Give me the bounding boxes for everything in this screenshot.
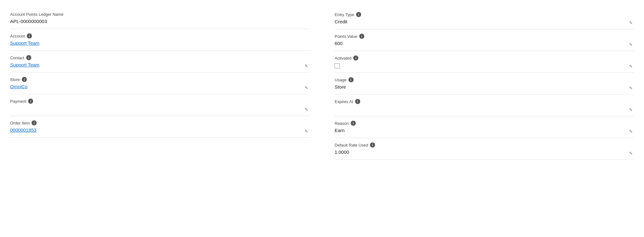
edit-icon-activated[interactable]: ✎ (629, 64, 633, 69)
value-order-item[interactable]: 0000001853 (10, 127, 309, 134)
label-entry-type: Entry Typei (335, 12, 634, 17)
field-default-rate-used: Default Rate Usedi1.0000✎ (335, 138, 634, 160)
field-expires-at: Expires Ati✎ (335, 95, 634, 116)
label-account-points-ledger-name: Account Points Ledger Name (10, 12, 309, 17)
field-reason: ReasoniEarn✎ (335, 116, 634, 138)
form-layout: Account Points Ledger NameAPL-0000000003… (10, 8, 634, 160)
label-activated: Activatedi (335, 55, 634, 61)
value-reason: Earn (335, 128, 634, 135)
info-icon-store[interactable]: i (22, 77, 27, 82)
edit-icon-entry-type[interactable]: ✎ (629, 20, 633, 25)
label-text-contact: Contact (10, 55, 24, 60)
info-icon-expires-at[interactable]: i (355, 99, 360, 104)
checkbox-activated[interactable] (335, 63, 340, 68)
label-text-entry-type: Entry Type (335, 12, 354, 17)
value-points-value: 600 (335, 41, 634, 48)
field-usage: UsageiStore✎ (335, 73, 634, 95)
field-store: StoreiOmniCo✎ (10, 72, 309, 94)
info-icon-payment[interactable]: i (28, 99, 33, 104)
value-usage: Store (335, 84, 634, 91)
label-store: Storei (10, 77, 309, 82)
label-contact: Contacti (10, 55, 309, 60)
label-text-account-points-ledger-name: Account Points Ledger Name (10, 12, 63, 17)
label-text-points-value: Points Value (335, 34, 357, 39)
field-order-item: Order Itemi0000001853✎ (10, 116, 309, 138)
edit-icon-reason[interactable]: ✎ (629, 129, 633, 134)
label-usage: Usagei (335, 77, 634, 82)
info-icon-entry-type[interactable]: i (356, 12, 361, 17)
label-payment: Paymenti (10, 99, 309, 104)
field-points-value: Points Valuei600✎ (335, 29, 634, 51)
field-payment: Paymenti✎ (10, 94, 309, 116)
info-icon-order-item[interactable]: i (32, 120, 37, 125)
label-expires-at: Expires Ati (335, 99, 634, 104)
label-text-default-rate-used: Default Rate Used (335, 143, 368, 147)
value-store[interactable]: OmniCo (10, 84, 309, 91)
label-reason: Reasoni (335, 121, 634, 126)
label-text-expires-at: Expires At (335, 99, 353, 104)
checkbox-container-activated (335, 62, 634, 69)
edit-icon-default-rate-used[interactable]: ✎ (629, 151, 633, 156)
field-activated: Activatedi✎ (335, 51, 634, 73)
label-text-store: Store (10, 77, 20, 82)
info-icon-reason[interactable]: i (351, 121, 356, 126)
label-text-payment: Payment (10, 99, 26, 104)
edit-icon-payment[interactable]: ✎ (305, 107, 308, 112)
label-text-reason: Reason (335, 121, 349, 126)
field-entry-type: Entry TypeiCredit✎ (335, 8, 634, 29)
edit-icon-store[interactable]: ✎ (305, 85, 308, 90)
field-contact: ContactiSupport Team✎ (10, 51, 309, 72)
label-text-account: Account (10, 34, 25, 38)
info-icon-usage[interactable]: i (349, 77, 354, 82)
value-account[interactable]: Support Team (10, 40, 309, 47)
value-expires-at (335, 106, 634, 113)
info-icon-contact[interactable]: i (26, 55, 31, 60)
edit-icon-points-value[interactable]: ✎ (629, 42, 633, 47)
right-column: Entry TypeiCredit✎Points Valuei600✎Activ… (335, 8, 634, 160)
label-text-usage: Usage (335, 78, 347, 82)
left-column: Account Points Ledger NameAPL-0000000003… (10, 8, 309, 160)
value-contact[interactable]: Support Team (10, 62, 309, 69)
info-icon-account[interactable]: i (27, 33, 32, 38)
field-account: AccountiSupport Team (10, 29, 309, 51)
value-account-points-ledger-name: APL-0000000003 (10, 19, 309, 26)
label-account: Accounti (10, 33, 309, 38)
label-default-rate-used: Default Rate Usedi (335, 142, 634, 147)
value-entry-type: Credit (335, 19, 634, 26)
info-icon-points-value[interactable]: i (359, 34, 364, 39)
edit-icon-contact[interactable]: ✎ (305, 64, 308, 68)
label-order-item: Order Itemi (10, 120, 309, 125)
field-account-points-ledger-name: Account Points Ledger NameAPL-0000000003 (10, 8, 309, 29)
label-text-activated: Activated (335, 56, 351, 61)
edit-icon-usage[interactable]: ✎ (629, 86, 633, 90)
edit-icon-order-item[interactable]: ✎ (305, 129, 308, 134)
label-points-value: Points Valuei (335, 34, 634, 39)
edit-icon-expires-at[interactable]: ✎ (629, 107, 633, 112)
value-default-rate-used: 1.0000 (335, 149, 634, 156)
label-text-order-item: Order Item (10, 121, 30, 125)
value-payment (10, 106, 309, 113)
info-icon-default-rate-used[interactable]: i (370, 142, 375, 147)
info-icon-activated[interactable]: i (353, 55, 358, 61)
